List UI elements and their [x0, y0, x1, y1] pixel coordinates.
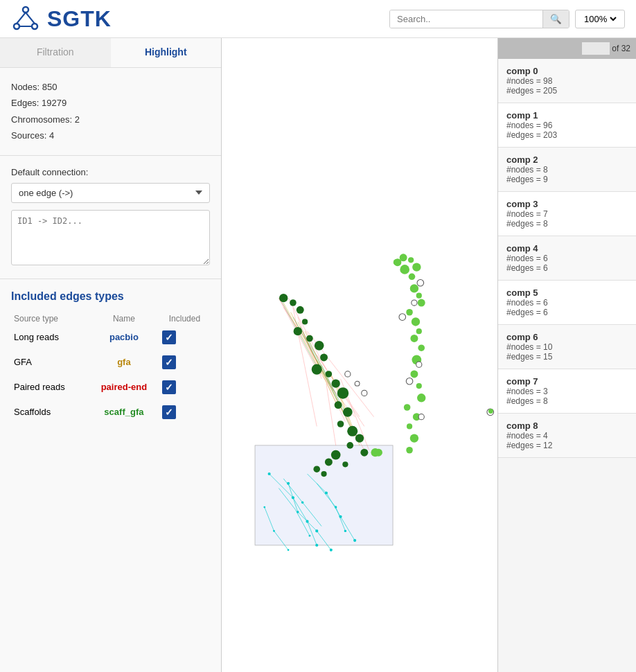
svg-point-109	[407, 423, 412, 429]
checkbox-included-1[interactable]	[162, 355, 176, 369]
search-input[interactable]	[390, 10, 542, 28]
comp-item-6[interactable]: comp 6 #nodes = 10 #edges = 15	[498, 325, 636, 369]
edge-checkbox-0[interactable]	[159, 325, 210, 350]
svg-point-102	[418, 344, 425, 351]
header: SGTK 🔍 100% 50% 75% 125% 150%	[0, 0, 636, 38]
svg-point-82	[337, 421, 344, 427]
svg-point-58	[301, 502, 303, 504]
svg-point-111	[406, 447, 413, 454]
svg-point-127	[408, 257, 414, 263]
tab-filtration[interactable]: Filtration	[0, 38, 111, 67]
connection-textarea[interactable]	[11, 210, 210, 265]
connection-select[interactable]: one edge (->) two edges (<->) no connect…	[11, 183, 210, 203]
edge-row-0: Long reads pacbio	[11, 325, 210, 350]
comp-edges-6: #edges = 15	[506, 352, 628, 362]
svg-line-4	[26, 12, 35, 24]
svg-point-74	[315, 341, 324, 351]
svg-point-99	[412, 317, 420, 326]
svg-point-70	[297, 306, 304, 314]
svg-point-75	[320, 353, 328, 361]
search-button[interactable]: 🔍	[542, 10, 569, 28]
comp-name-2: comp 2	[506, 154, 628, 165]
svg-point-2	[32, 24, 37, 29]
svg-point-55	[297, 511, 299, 513]
svg-point-61	[353, 539, 356, 542]
comp-edges-1: #edges = 203	[506, 130, 628, 140]
edge-source-1: GFA	[11, 350, 89, 375]
checkbox-included-3[interactable]	[162, 405, 176, 419]
comp-item-5[interactable]: comp 5 #nodes = 6 #edges = 6	[498, 281, 636, 325]
svg-point-51	[292, 496, 294, 499]
comp-item-1[interactable]: comp 1 #nodes = 96 #edges = 203	[498, 103, 636, 148]
comp-item-3[interactable]: comp 3 #nodes = 7 #edges = 8	[498, 192, 636, 236]
edge-checkbox-1[interactable]	[159, 350, 210, 375]
svg-point-88	[342, 461, 348, 467]
comp-item-8[interactable]: comp 8 #nodes = 4 #edges = 12	[498, 414, 636, 458]
graph-canvas[interactable]	[222, 38, 497, 672]
comp-item-0[interactable]: comp 0 #nodes = 98 #edges = 205	[498, 59, 636, 103]
svg-point-110	[410, 434, 418, 442]
connection-label: Default connection:	[11, 167, 210, 177]
stats-section: Nodes: 850 Edges: 19279 Chromosomes: 2 S…	[0, 68, 221, 156]
svg-point-60	[339, 515, 342, 518]
comp-item-2[interactable]: comp 2 #nodes = 8 #edges = 9	[498, 148, 636, 192]
edge-checkbox-3[interactable]	[159, 400, 210, 425]
comp-nodes-8: #nodes = 4	[506, 431, 628, 441]
comp-edges-0: #edges = 205	[506, 86, 628, 96]
tab-highlight[interactable]: Highlight	[111, 38, 222, 67]
svg-point-73	[306, 335, 313, 342]
comp-name-4: comp 4	[506, 243, 628, 254]
svg-point-124	[371, 448, 379, 457]
comp-edges-3: #edges = 8	[506, 219, 628, 229]
pagination-input[interactable]	[582, 42, 610, 55]
svg-point-53	[315, 544, 318, 547]
svg-point-106	[417, 394, 425, 402]
svg-point-63	[344, 530, 346, 532]
svg-point-98	[406, 309, 413, 316]
svg-point-93	[400, 265, 409, 274]
svg-point-50	[268, 472, 271, 475]
svg-point-104	[410, 370, 418, 378]
comp-item-7[interactable]: comp 7 #nodes = 3 #edges = 8	[498, 369, 636, 414]
comp-item-4[interactable]: comp 4 #nodes = 6 #edges = 6	[498, 236, 636, 281]
checkbox-included-0[interactable]	[162, 330, 176, 344]
checkbox-included-2[interactable]	[162, 380, 176, 394]
svg-point-66	[288, 549, 290, 551]
svg-point-57	[330, 549, 333, 551]
edges-section: Included edges types Source type Name In…	[0, 279, 221, 436]
pagination-bar: of 32	[498, 38, 636, 59]
svg-point-101	[410, 335, 418, 342]
svg-point-90	[313, 466, 320, 472]
stat-sources: Sources: 4	[11, 127, 210, 143]
svg-point-126	[400, 254, 407, 261]
svg-point-80	[335, 401, 342, 409]
edge-row-2: Paired reads paired-end	[11, 375, 210, 400]
comp-name-1: comp 1	[506, 110, 628, 121]
svg-point-1	[14, 24, 19, 29]
edges-title: Included edges types	[11, 290, 210, 303]
svg-point-116	[416, 362, 422, 367]
svg-point-65	[273, 530, 275, 532]
svg-point-105	[416, 383, 422, 389]
svg-point-72	[294, 327, 302, 335]
svg-point-77	[326, 371, 333, 378]
svg-line-3	[17, 12, 26, 24]
comp-name-5: comp 5	[506, 288, 628, 298]
svg-rect-7	[255, 445, 393, 545]
graph-svg	[222, 38, 497, 672]
svg-point-122	[362, 390, 367, 396]
zoom-select[interactable]: 100% 50% 75% 125% 150%	[581, 13, 619, 25]
svg-point-56	[315, 529, 318, 532]
svg-point-125	[394, 259, 400, 266]
zoom-control: 100% 50% 75% 125% 150%	[575, 10, 625, 28]
col-included-header: Included	[159, 312, 210, 325]
comp-nodes-6: #nodes = 10	[506, 342, 628, 352]
connection-section: Default connection: one edge (->) two ed…	[0, 156, 221, 279]
comp-name-0: comp 0	[506, 66, 628, 76]
edge-checkbox-2[interactable]	[159, 375, 210, 400]
tabs: Filtration Highlight	[0, 38, 221, 68]
svg-point-89	[325, 458, 333, 466]
svg-point-86	[360, 449, 368, 457]
comp-edges-4: #edges = 6	[506, 263, 628, 273]
logo-text: SGTK	[47, 6, 112, 32]
